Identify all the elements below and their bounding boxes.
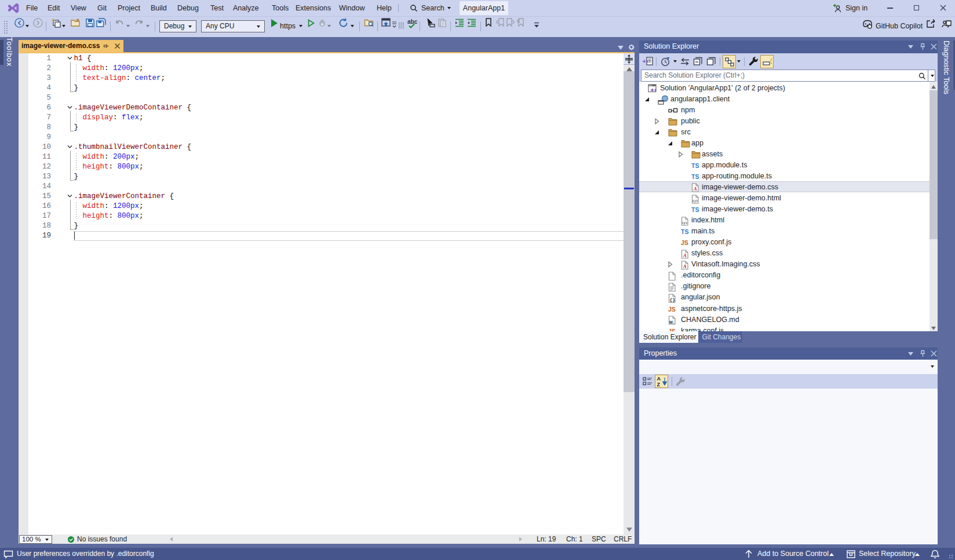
svg-text:A: A bbox=[693, 186, 697, 192]
svg-text:{}: {} bbox=[670, 297, 676, 302]
svg-text:M↓: M↓ bbox=[669, 320, 675, 324]
svg-text:A: A bbox=[683, 252, 687, 258]
svg-text:A: A bbox=[683, 263, 687, 269]
